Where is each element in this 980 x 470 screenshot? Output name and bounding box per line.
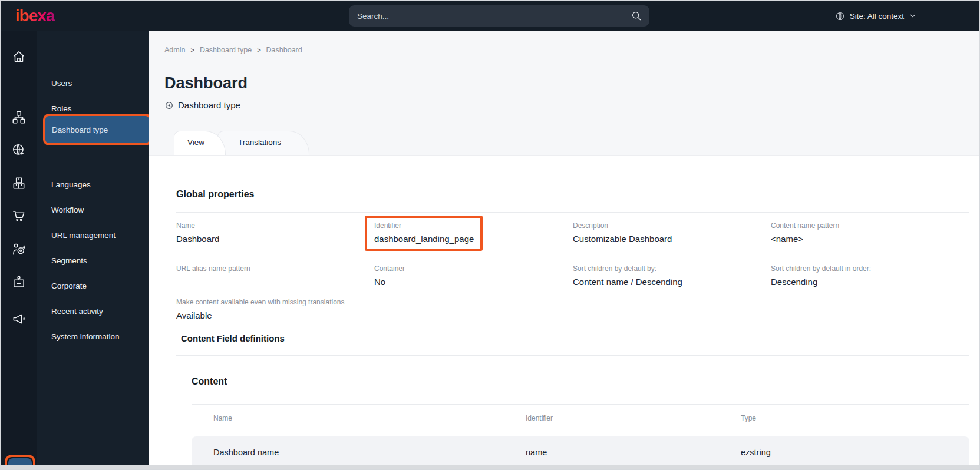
top-bar: ibexa Site: All context (1, 1, 979, 31)
field-identifier-label: Identifier (374, 221, 563, 230)
admin-sidebar: Users Roles Dashboards Dashboard type La… (37, 31, 149, 465)
tab-bar: View Translations (174, 131, 309, 155)
cell-field-identifier: name (526, 448, 547, 457)
product-catalog-icon (11, 176, 27, 191)
tab-view-label: View (187, 138, 204, 147)
customer-target-icon (11, 241, 27, 257)
field-definitions-heading: Content Field definitions (181, 333, 285, 343)
shopping-cart-icon (11, 207, 27, 223)
field-sort-by: Sort children by default by: Content nam… (573, 264, 761, 287)
field-name-value: Dashboard (176, 234, 365, 244)
globe-icon (835, 11, 845, 21)
field-identifier: Identifier dashboard_landing_page (374, 221, 563, 244)
breadcrumb-separator: > (257, 47, 260, 54)
sidebar-item-workflow[interactable]: Workflow (51, 203, 84, 217)
content-type-icon (164, 101, 174, 110)
field-sort-by-label: Sort children by default by: (573, 264, 761, 273)
breadcrumb-current: Dashboard (266, 46, 302, 54)
field-availability-value: Available (176, 310, 424, 320)
rail-item-product-catalog[interactable] (11, 176, 27, 191)
breadcrumb-separator: > (190, 47, 194, 54)
ibexa-logo[interactable]: ibexa (15, 6, 55, 25)
field-name-label: Name (176, 221, 365, 230)
breadcrumb-dashboard-type[interactable]: Dashboard type (200, 46, 252, 54)
field-sort-by-value: Content name / Descending (573, 277, 761, 287)
field-description-value: Customizable Dashboard (573, 234, 761, 244)
window-bottom-edge (1, 465, 979, 469)
field-sort-order-label: Sort children by default in order: (771, 264, 959, 273)
table-header-identifier: Identifier (526, 414, 553, 422)
field-description: Description Customizable Dashboard (573, 221, 761, 244)
id-badge-icon (11, 274, 27, 290)
global-properties-heading: Global properties (176, 189, 254, 200)
page-title: Dashboard (164, 74, 248, 92)
megaphone-icon (11, 311, 27, 326)
divider (192, 404, 969, 405)
field-description-label: Description (573, 221, 761, 230)
rail-item-commerce[interactable] (11, 207, 27, 223)
site-context-selector[interactable]: Site: All context (835, 1, 917, 31)
page-subtitle: Dashboard type (164, 100, 240, 110)
page-subtitle-label: Dashboard type (178, 100, 240, 110)
chevron-down-icon (909, 12, 917, 20)
divider (176, 212, 969, 213)
sidebar-item-url-management[interactable]: URL management (51, 229, 116, 243)
rail-item-announcements[interactable] (11, 311, 27, 326)
table-header-type: Type (741, 414, 756, 422)
sidebar-item-languages[interactable]: Languages (51, 178, 91, 192)
field-container-label: Container (374, 264, 563, 273)
cell-field-type: ezstring (741, 448, 771, 457)
tab-translations[interactable]: Translations (217, 131, 309, 155)
breadcrumb-admin[interactable]: Admin (164, 46, 185, 54)
field-identifier-value: dashboard_landing_page (374, 234, 563, 244)
search-icon[interactable] (631, 10, 642, 22)
field-sort-order-value: Descending (771, 277, 959, 287)
rail-item-corporate-account[interactable] (11, 274, 27, 290)
sidebar-item-segments[interactable]: Segments (51, 254, 87, 268)
field-url-alias-pattern-value (176, 277, 365, 286)
field-name: Name Dashboard (176, 221, 365, 244)
field-container-value: No (374, 277, 563, 287)
breadcrumb: Admin > Dashboard type > Dashboard (164, 46, 302, 54)
rail-item-site[interactable] (11, 143, 27, 158)
site-context-label: Site: All context (850, 12, 904, 21)
annotation-highlight-dashboard-type: Dashboard type (43, 114, 151, 145)
content-structure-icon (11, 110, 27, 125)
view-panel: Global properties Name Dashboard Identif… (149, 155, 979, 465)
tab-translations-label: Translations (238, 138, 281, 147)
field-container: Container No (374, 264, 563, 287)
field-group-heading: Content (192, 376, 227, 387)
main-nav-rail (1, 31, 37, 465)
field-availability: Make content available even with missing… (176, 298, 424, 320)
divider (176, 355, 969, 356)
field-availability-label: Make content available even with missing… (176, 298, 424, 306)
home-icon (11, 49, 27, 64)
sidebar-item-recent-activity[interactable]: Recent activity (51, 304, 103, 319)
field-content-name-pattern-value: <name> (771, 234, 959, 244)
app-window: ibexa Site: All context (0, 0, 980, 470)
search-input[interactable] (349, 12, 631, 21)
field-content-name-pattern-label: Content name pattern (771, 221, 959, 230)
sidebar-item-system-information[interactable]: System information (51, 330, 120, 344)
sidebar-item-dashboard-type[interactable]: Dashboard type (45, 125, 108, 134)
sidebar-item-corporate[interactable]: Corporate (51, 279, 87, 293)
table-header-name: Name (213, 414, 232, 422)
rail-item-content-structure[interactable] (11, 110, 27, 125)
site-globe-icon (11, 143, 27, 158)
table-row: Dashboard name name ezstring (192, 436, 969, 468)
field-content-name-pattern: Content name pattern <name> (771, 221, 959, 244)
rail-item-home[interactable] (11, 49, 27, 64)
global-search (349, 5, 649, 27)
field-url-alias-pattern: URL alias name pattern (176, 264, 365, 286)
sidebar-item-users[interactable]: Users (51, 77, 72, 91)
field-url-alias-pattern-label: URL alias name pattern (176, 264, 365, 273)
field-sort-order: Sort children by default in order: Desce… (771, 264, 959, 287)
cell-field-name: Dashboard name (213, 448, 279, 457)
rail-item-customer-segments[interactable] (11, 241, 27, 257)
